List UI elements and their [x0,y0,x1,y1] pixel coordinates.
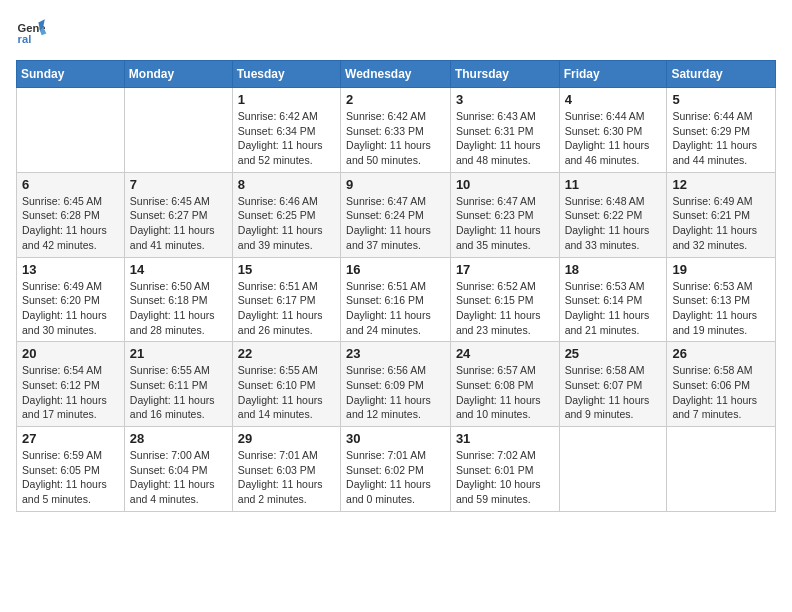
calendar-cell: 3Sunrise: 6:43 AM Sunset: 6:31 PM Daylig… [450,88,559,173]
day-number: 24 [456,346,554,361]
calendar-table: SundayMondayTuesdayWednesdayThursdayFrid… [16,60,776,512]
day-number: 11 [565,177,662,192]
calendar-cell: 6Sunrise: 6:45 AM Sunset: 6:28 PM Daylig… [17,172,125,257]
day-info: Sunrise: 6:58 AM Sunset: 6:07 PM Dayligh… [565,363,662,422]
calendar-cell: 15Sunrise: 6:51 AM Sunset: 6:17 PM Dayli… [232,257,340,342]
day-info: Sunrise: 6:43 AM Sunset: 6:31 PM Dayligh… [456,109,554,168]
day-info: Sunrise: 6:50 AM Sunset: 6:18 PM Dayligh… [130,279,227,338]
calendar-cell: 14Sunrise: 6:50 AM Sunset: 6:18 PM Dayli… [124,257,232,342]
day-info: Sunrise: 6:51 AM Sunset: 6:16 PM Dayligh… [346,279,445,338]
weekday-header-wednesday: Wednesday [341,61,451,88]
calendar-cell: 12Sunrise: 6:49 AM Sunset: 6:21 PM Dayli… [667,172,776,257]
calendar-cell [124,88,232,173]
day-number: 4 [565,92,662,107]
day-info: Sunrise: 6:56 AM Sunset: 6:09 PM Dayligh… [346,363,445,422]
calendar-cell: 31Sunrise: 7:02 AM Sunset: 6:01 PM Dayli… [450,427,559,512]
day-number: 29 [238,431,335,446]
day-number: 12 [672,177,770,192]
page-header: Gene ral [16,16,776,48]
day-info: Sunrise: 6:47 AM Sunset: 6:23 PM Dayligh… [456,194,554,253]
day-info: Sunrise: 6:49 AM Sunset: 6:20 PM Dayligh… [22,279,119,338]
day-number: 15 [238,262,335,277]
day-info: Sunrise: 6:45 AM Sunset: 6:27 PM Dayligh… [130,194,227,253]
day-info: Sunrise: 6:57 AM Sunset: 6:08 PM Dayligh… [456,363,554,422]
calendar-cell: 4Sunrise: 6:44 AM Sunset: 6:30 PM Daylig… [559,88,667,173]
calendar-cell: 16Sunrise: 6:51 AM Sunset: 6:16 PM Dayli… [341,257,451,342]
calendar-cell: 1Sunrise: 6:42 AM Sunset: 6:34 PM Daylig… [232,88,340,173]
day-info: Sunrise: 6:48 AM Sunset: 6:22 PM Dayligh… [565,194,662,253]
calendar-cell: 29Sunrise: 7:01 AM Sunset: 6:03 PM Dayli… [232,427,340,512]
day-number: 25 [565,346,662,361]
calendar-cell: 23Sunrise: 6:56 AM Sunset: 6:09 PM Dayli… [341,342,451,427]
weekday-header-sunday: Sunday [17,61,125,88]
weekday-header-tuesday: Tuesday [232,61,340,88]
calendar-cell: 19Sunrise: 6:53 AM Sunset: 6:13 PM Dayli… [667,257,776,342]
day-number: 7 [130,177,227,192]
calendar-cell: 9Sunrise: 6:47 AM Sunset: 6:24 PM Daylig… [341,172,451,257]
day-number: 13 [22,262,119,277]
day-number: 6 [22,177,119,192]
day-number: 17 [456,262,554,277]
weekday-header-saturday: Saturday [667,61,776,88]
calendar-cell [17,88,125,173]
calendar-cell: 27Sunrise: 6:59 AM Sunset: 6:05 PM Dayli… [17,427,125,512]
day-number: 30 [346,431,445,446]
calendar-cell: 5Sunrise: 6:44 AM Sunset: 6:29 PM Daylig… [667,88,776,173]
calendar-cell: 20Sunrise: 6:54 AM Sunset: 6:12 PM Dayli… [17,342,125,427]
day-info: Sunrise: 6:54 AM Sunset: 6:12 PM Dayligh… [22,363,119,422]
day-info: Sunrise: 6:59 AM Sunset: 6:05 PM Dayligh… [22,448,119,507]
day-info: Sunrise: 6:53 AM Sunset: 6:13 PM Dayligh… [672,279,770,338]
calendar-cell: 13Sunrise: 6:49 AM Sunset: 6:20 PM Dayli… [17,257,125,342]
day-number: 3 [456,92,554,107]
day-number: 16 [346,262,445,277]
day-number: 27 [22,431,119,446]
calendar-cell [559,427,667,512]
day-info: Sunrise: 7:01 AM Sunset: 6:02 PM Dayligh… [346,448,445,507]
calendar-cell: 25Sunrise: 6:58 AM Sunset: 6:07 PM Dayli… [559,342,667,427]
day-number: 20 [22,346,119,361]
day-info: Sunrise: 6:52 AM Sunset: 6:15 PM Dayligh… [456,279,554,338]
weekday-header-monday: Monday [124,61,232,88]
day-info: Sunrise: 7:00 AM Sunset: 6:04 PM Dayligh… [130,448,227,507]
day-info: Sunrise: 6:49 AM Sunset: 6:21 PM Dayligh… [672,194,770,253]
day-info: Sunrise: 6:42 AM Sunset: 6:33 PM Dayligh… [346,109,445,168]
weekday-header-thursday: Thursday [450,61,559,88]
day-info: Sunrise: 6:55 AM Sunset: 6:11 PM Dayligh… [130,363,227,422]
calendar-cell: 22Sunrise: 6:55 AM Sunset: 6:10 PM Dayli… [232,342,340,427]
svg-text:ral: ral [18,33,32,45]
day-info: Sunrise: 6:53 AM Sunset: 6:14 PM Dayligh… [565,279,662,338]
calendar-cell: 21Sunrise: 6:55 AM Sunset: 6:11 PM Dayli… [124,342,232,427]
calendar-cell: 30Sunrise: 7:01 AM Sunset: 6:02 PM Dayli… [341,427,451,512]
calendar-cell: 18Sunrise: 6:53 AM Sunset: 6:14 PM Dayli… [559,257,667,342]
day-number: 19 [672,262,770,277]
calendar-cell: 28Sunrise: 7:00 AM Sunset: 6:04 PM Dayli… [124,427,232,512]
day-number: 23 [346,346,445,361]
calendar-cell: 11Sunrise: 6:48 AM Sunset: 6:22 PM Dayli… [559,172,667,257]
day-number: 1 [238,92,335,107]
calendar-cell: 10Sunrise: 6:47 AM Sunset: 6:23 PM Dayli… [450,172,559,257]
calendar-cell: 8Sunrise: 6:46 AM Sunset: 6:25 PM Daylig… [232,172,340,257]
day-number: 26 [672,346,770,361]
calendar-cell: 24Sunrise: 6:57 AM Sunset: 6:08 PM Dayli… [450,342,559,427]
calendar-cell: 7Sunrise: 6:45 AM Sunset: 6:27 PM Daylig… [124,172,232,257]
calendar-cell: 2Sunrise: 6:42 AM Sunset: 6:33 PM Daylig… [341,88,451,173]
day-info: Sunrise: 7:01 AM Sunset: 6:03 PM Dayligh… [238,448,335,507]
calendar-cell: 26Sunrise: 6:58 AM Sunset: 6:06 PM Dayli… [667,342,776,427]
day-number: 5 [672,92,770,107]
day-info: Sunrise: 6:45 AM Sunset: 6:28 PM Dayligh… [22,194,119,253]
day-info: Sunrise: 6:47 AM Sunset: 6:24 PM Dayligh… [346,194,445,253]
day-number: 10 [456,177,554,192]
day-number: 18 [565,262,662,277]
day-info: Sunrise: 6:44 AM Sunset: 6:30 PM Dayligh… [565,109,662,168]
day-number: 31 [456,431,554,446]
logo-icon: Gene ral [16,16,48,48]
day-number: 9 [346,177,445,192]
calendar-cell: 17Sunrise: 6:52 AM Sunset: 6:15 PM Dayli… [450,257,559,342]
day-number: 28 [130,431,227,446]
day-info: Sunrise: 6:42 AM Sunset: 6:34 PM Dayligh… [238,109,335,168]
day-info: Sunrise: 6:51 AM Sunset: 6:17 PM Dayligh… [238,279,335,338]
day-number: 14 [130,262,227,277]
day-info: Sunrise: 6:44 AM Sunset: 6:29 PM Dayligh… [672,109,770,168]
day-number: 21 [130,346,227,361]
day-info: Sunrise: 6:46 AM Sunset: 6:25 PM Dayligh… [238,194,335,253]
